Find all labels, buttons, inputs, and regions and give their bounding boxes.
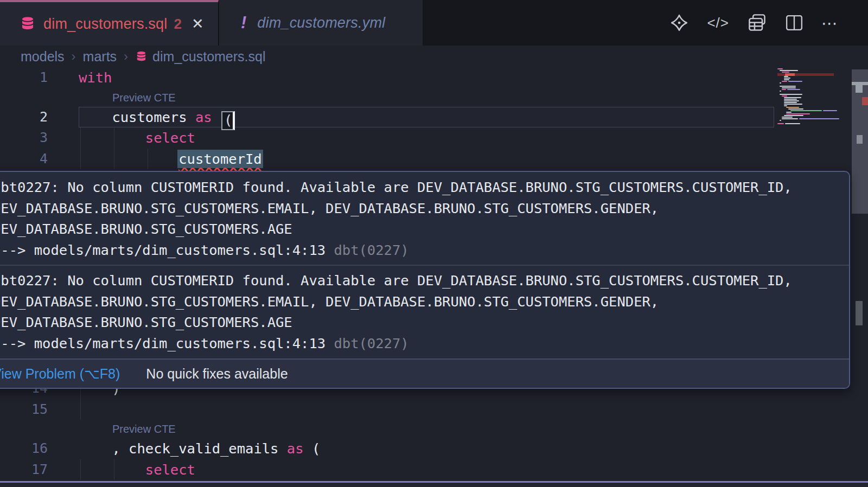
error-token-customerId[interactable]: customerId [177,150,263,168]
overview-ruler-mark [857,135,863,144]
query-results-icon[interactable] [748,14,767,32]
tab-dim-customers-yml[interactable]: ! dim_customers.yml [219,0,423,46]
window-bottom-strip [0,483,868,487]
code-line-15[interactable]: 15 [0,399,868,420]
codelens-preview-cte[interactable]: Preview CTE [112,421,176,437]
tab-problem-badge: 2 [174,16,181,33]
no-quick-fixes-label: No quick fixes available [146,366,288,382]
tab-label: dim_customers.sql [43,16,167,33]
code-line-4[interactable]: 4customerId [0,149,868,170]
compiled-code-icon[interactable]: </> [707,15,729,31]
breadcrumb-item-models[interactable]: models [21,49,65,65]
more-actions-icon[interactable]: ⋯ [821,14,838,33]
overview-ruler-mark [856,85,863,93]
split-editor-icon[interactable] [786,15,803,31]
view-problem-link[interactable]: View Problem (⌥F8) [0,366,120,382]
tab-label: dim_customers.yml [257,15,385,31]
editor-tab-bar: dim_customers.sql 2 ✕ ! dim_customers.ym… [0,0,868,46]
line-number: 3 [0,127,48,149]
diagnostic-source: dbt(0227) [326,242,409,258]
code-line-16[interactable]: 16, check_valid_emails as ( [0,438,868,459]
codelens-preview-cte[interactable]: Preview CTE [112,90,176,105]
hover-status-bar: View Problem (⌥F8) No quick fixes availa… [0,358,849,388]
code-editor-top: 1withPreview CTE2customers as (3select4c… [0,67,868,169]
code-line-3[interactable]: 3select [0,127,868,149]
database-icon [135,50,148,63]
diagnostic-source: dbt(0227) [326,335,409,351]
warning-exclamation-icon: ! [241,13,246,33]
diagnostic-message: dbt0227: No column CUSTOMERID found. Ava… [0,270,849,354]
overview-ruler-error-mark [862,97,868,105]
indent-guide [80,399,81,420]
breadcrumb-item-marts[interactable]: marts [83,49,117,65]
tab-dim-customers-sql[interactable]: dim_customers.sql 2 ✕ [0,0,219,46]
line-number: 1 [0,67,48,88]
diagnostic-message: dbt0227: No column CUSTOMERID found. Ava… [0,177,849,260]
code-line-17[interactable]: 17select [0,459,868,480]
minimap[interactable] [777,68,834,125]
code-editor-bottom: 14)15Preview CTE16, check_valid_emails a… [0,378,868,480]
overview-ruler-mark [856,301,863,325]
hover-divider [0,265,849,266]
breadcrumb: models › marts › dim_customers.sql [0,46,868,67]
code-line-1[interactable]: 1with [0,67,868,88]
diagnostics-hover-popup: dbt0227: No column CUSTOMERID found. Ava… [0,171,850,389]
line-number: 2 [0,107,48,128]
vscode-editor-window: dim_customers.sql 2 ✕ ! dim_customers.ym… [0,0,868,487]
line-number: 4 [0,149,48,170]
dbt-power-user-icon[interactable] [670,14,688,32]
line-number: 16 [0,438,48,459]
breadcrumb-item-file[interactable]: dim_customers.sql [152,49,265,65]
close-icon[interactable]: ✕ [192,15,204,33]
editor-actions: </> ⋯ [670,0,838,46]
code-line-2[interactable]: 2customers as ( [0,107,868,128]
database-icon [20,16,36,32]
chevron-right-icon: › [72,49,76,64]
chevron-right-icon: › [124,49,128,64]
line-number: 15 [0,399,48,420]
line-number: 17 [0,459,48,480]
